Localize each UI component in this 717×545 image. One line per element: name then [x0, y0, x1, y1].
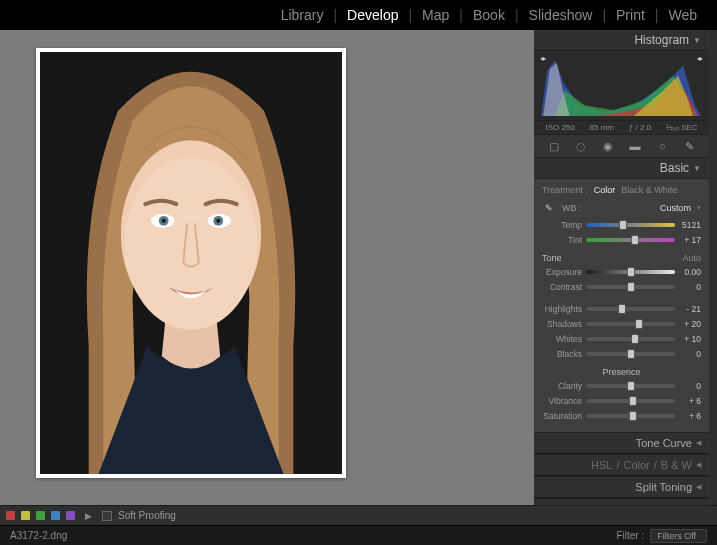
whites-value[interactable]: + 10 [675, 334, 701, 344]
whites-slider[interactable] [586, 337, 675, 341]
filter-dropdown[interactable]: Filters Off [650, 529, 707, 543]
histogram[interactable] [534, 51, 709, 121]
clarity-value[interactable]: 0 [675, 381, 701, 391]
treatment-color[interactable]: Color [594, 185, 616, 195]
shadows-value[interactable]: + 20 [675, 319, 701, 329]
chevron-left-icon: ◀ [696, 461, 701, 469]
wb-row: ✎ WB : Custom ▾ [542, 199, 701, 217]
nav-divider: | [513, 7, 521, 23]
crop-tool-icon[interactable]: ▢ [546, 139, 562, 153]
hsl-panel[interactable]: HSL/ Color/ B & W ◀ [534, 454, 709, 476]
treatment-bw[interactable]: Black & White [621, 185, 677, 195]
nav-divider: | [600, 7, 608, 23]
treatment-label: Treatment : [542, 185, 588, 195]
shadows-slider[interactable] [586, 322, 675, 326]
basic-panel: Treatment : Color Black & White ✎ WB : C… [534, 179, 709, 432]
tint-slider[interactable] [586, 238, 675, 242]
color-label-blue[interactable] [51, 511, 60, 520]
brush-tool-icon[interactable]: ✎ [681, 139, 697, 153]
nav-slideshow[interactable]: Slideshow [521, 7, 601, 23]
soft-proof-checkbox[interactable] [102, 511, 112, 521]
color-label-purple[interactable] [66, 511, 75, 520]
tint-value[interactable]: + 17 [675, 235, 701, 245]
soft-proof-label: Soft Proofing [118, 510, 176, 521]
basic-header[interactable]: Basic ▼ [534, 158, 709, 179]
vibrance-slider[interactable] [586, 399, 675, 403]
filename: A3172-2.dng [10, 530, 67, 541]
wb-value[interactable]: Custom [660, 203, 691, 213]
dropdown-icon[interactable]: ▾ [697, 204, 701, 212]
saturation-label: Saturation [542, 411, 586, 421]
nav-web[interactable]: Web [660, 7, 705, 23]
exposure-slider[interactable] [586, 270, 675, 274]
module-nav: Library| Develop| Map| Book| Slideshow| … [0, 0, 717, 30]
tool-strip: ▢ ◌ ◉ ▬ ○ ✎ [534, 135, 709, 158]
svg-marker-10 [697, 57, 703, 61]
color-label-red[interactable] [6, 511, 15, 520]
contrast-slider[interactable] [586, 285, 675, 289]
redeye-tool-icon[interactable]: ◉ [600, 139, 616, 153]
tint-row: Tint + 17 [542, 233, 701, 247]
nav-divider: | [653, 7, 661, 23]
histogram-metadata: ISO 250 85 mm ƒ / 2.0 ¹⁄₂₅₀ SEC [534, 121, 709, 135]
tone-label: Tone [542, 253, 562, 263]
nav-print[interactable]: Print [608, 7, 653, 23]
svg-point-8 [216, 219, 220, 223]
status-bar: A3172-2.dng Filter : Filters Off [0, 525, 717, 545]
nav-divider: | [406, 7, 414, 23]
histogram-header[interactable]: Histogram ▼ [534, 30, 709, 51]
split-toning-panel[interactable]: Split Toning◀ [534, 476, 709, 498]
temp-row: Temp 5121 [542, 218, 701, 232]
eyedropper-icon[interactable]: ✎ [542, 201, 556, 215]
tint-label: Tint [542, 235, 586, 245]
exposure-value[interactable]: 0.00 [675, 267, 701, 277]
spot-tool-icon[interactable]: ◌ [573, 139, 589, 153]
meta-iso: ISO 250 [545, 123, 574, 132]
highlights-value[interactable]: - 21 [675, 304, 701, 314]
nav-divider: | [331, 7, 339, 23]
nav-map[interactable]: Map [414, 7, 457, 23]
tone-auto[interactable]: Auto [682, 253, 701, 263]
right-panel: Histogram ▼ ISO 250 85 mm ƒ / 2.0 ¹⁄₂₅₀ … [534, 30, 709, 505]
treatment-row: Treatment : Color Black & White [542, 183, 701, 199]
saturation-slider[interactable] [586, 414, 675, 418]
contrast-value[interactable]: 0 [675, 282, 701, 292]
shadows-label: Shadows [542, 319, 586, 329]
temp-slider[interactable] [586, 223, 675, 227]
play-icon[interactable]: ▶ [81, 511, 96, 521]
gradient-tool-icon[interactable]: ▬ [627, 139, 643, 153]
nav-develop[interactable]: Develop [339, 7, 406, 23]
meta-focal: 85 mm [590, 123, 614, 132]
temp-label: Temp [542, 220, 586, 230]
scrollbar[interactable] [709, 30, 717, 505]
temp-value[interactable]: 5121 [675, 220, 701, 230]
tone-curve-panel[interactable]: Tone Curve◀ [534, 432, 709, 454]
radial-tool-icon[interactable]: ○ [654, 139, 670, 153]
contrast-label: Contrast [542, 282, 586, 292]
blacks-slider[interactable] [586, 352, 675, 356]
vibrance-label: Vibrance [542, 396, 586, 406]
clarity-label: Clarity [542, 381, 586, 391]
photo-preview[interactable] [36, 48, 346, 478]
bottom-toolbar: ▶ Soft Proofing [0, 505, 717, 525]
chevron-down-icon: ▼ [693, 164, 701, 173]
presence-label: Presence [602, 367, 640, 377]
nav-divider: | [457, 7, 465, 23]
vibrance-value[interactable]: + 6 [675, 396, 701, 406]
nav-library[interactable]: Library [273, 7, 332, 23]
canvas-area[interactable] [0, 30, 534, 505]
svg-marker-9 [540, 57, 546, 61]
blacks-value[interactable]: 0 [675, 349, 701, 359]
detail-panel[interactable]: Detail◀ [534, 498, 709, 505]
basic-title: Basic [660, 161, 689, 175]
chevron-down-icon: ▼ [693, 36, 701, 45]
saturation-value[interactable]: + 6 [675, 411, 701, 421]
highlights-slider[interactable] [586, 307, 675, 311]
clarity-slider[interactable] [586, 384, 675, 388]
nav-book[interactable]: Book [465, 7, 513, 23]
chevron-left-icon: ◀ [696, 439, 701, 447]
color-label-green[interactable] [36, 511, 45, 520]
meta-shutter: ¹⁄₂₅₀ SEC [666, 123, 698, 132]
color-label-yellow[interactable] [21, 511, 30, 520]
meta-aperture: ƒ / 2.0 [629, 123, 651, 132]
